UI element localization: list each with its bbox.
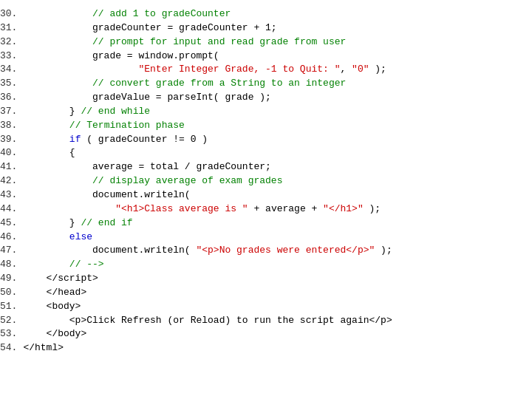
line-content: "<h1>Class average is " + average + "</h…: [23, 202, 532, 216]
line-content: // display average of exam grades: [23, 174, 532, 188]
line-content: grade = window.prompt(: [23, 50, 532, 64]
line-content: {: [23, 146, 532, 160]
line-number: 47.: [0, 244, 23, 258]
code-line: 36. gradeValue = parseInt( grade );: [0, 91, 532, 105]
line-number: 30.: [0, 7, 23, 21]
line-number: 45.: [0, 216, 23, 231]
line-number: 51.: [0, 300, 23, 314]
code-line: 39. if ( gradeCounter != 0 ): [0, 133, 532, 147]
line-number: 33.: [0, 50, 23, 64]
line-content: // add 1 to gradeCounter: [23, 7, 532, 21]
code-line: 49. </script>: [0, 272, 532, 286]
line-content: // prompt for input and read grade from …: [23, 35, 532, 50]
code-line: 45. } // end if: [0, 216, 532, 231]
line-content: "Enter Integer Grade, -1 to Quit: ", "0"…: [23, 63, 532, 77]
code-line: 52. <p>Click Refresh (or Reload) to run …: [0, 314, 532, 328]
code-line: 32. // prompt for input and read grade f…: [0, 35, 532, 50]
line-content: <p>Click Refresh (or Reload) to run the …: [23, 314, 532, 328]
line-content: if ( gradeCounter != 0 ): [23, 133, 532, 147]
line-number: 31.: [0, 21, 23, 35]
line-number: 36.: [0, 91, 23, 105]
line-number: 52.: [0, 314, 23, 328]
line-content: </script>: [23, 272, 532, 286]
code-line: 31. gradeCounter = gradeCounter + 1;: [0, 21, 532, 35]
code-line: 53. </body>: [0, 327, 532, 341]
code-line: 35. // convert grade from a String to an…: [0, 77, 532, 91]
line-content: </body>: [23, 327, 532, 341]
code-line: 54.</html>: [0, 341, 532, 355]
code-line: 33. grade = window.prompt(: [0, 50, 532, 64]
line-number: 34.: [0, 63, 23, 77]
line-number: 44.: [0, 202, 23, 216]
code-line: 40. {: [0, 146, 532, 160]
line-number: 43.: [0, 188, 23, 202]
code-line: 42. // display average of exam grades: [0, 174, 532, 188]
line-content: } // end while: [23, 105, 532, 119]
line-content: gradeCounter = gradeCounter + 1;: [23, 21, 532, 35]
code-line: 44. "<h1>Class average is " + average + …: [0, 202, 532, 216]
code-line: 48. // -->: [0, 258, 532, 272]
code-line: 50. </head>: [0, 286, 532, 300]
line-content: </html>: [23, 341, 532, 355]
line-content: </head>: [23, 286, 532, 300]
line-number: 35.: [0, 77, 23, 91]
line-number: 40.: [0, 146, 23, 160]
line-content: // convert grade from a String to an int…: [23, 77, 532, 91]
line-number: 48.: [0, 258, 23, 272]
line-number: 42.: [0, 174, 23, 188]
code-line: 30. // add 1 to gradeCounter: [0, 7, 532, 21]
code-line: 51. <body>: [0, 300, 532, 314]
line-number: 50.: [0, 286, 23, 300]
line-number: 49.: [0, 272, 23, 286]
line-number: 39.: [0, 133, 23, 147]
line-content: average = total / gradeCounter;: [23, 160, 532, 174]
line-number: 37.: [0, 105, 23, 119]
code-line: 37. } // end while: [0, 105, 532, 119]
line-number: 53.: [0, 327, 23, 341]
line-content: } // end if: [23, 216, 532, 231]
code-line: 34. "Enter Integer Grade, -1 to Quit: ",…: [0, 63, 532, 77]
code-line: 38. // Termination phase: [0, 119, 532, 133]
line-content: // -->: [23, 258, 532, 272]
code-line: 46. else: [0, 231, 532, 245]
line-content: <body>: [23, 300, 532, 314]
line-number: 46.: [0, 231, 23, 245]
line-number: 32.: [0, 35, 23, 50]
line-number: 41.: [0, 160, 23, 174]
code-line: 41. average = total / gradeCounter;: [0, 160, 532, 174]
line-content: gradeValue = parseInt( grade );: [23, 91, 532, 105]
line-number: 54.: [0, 341, 23, 355]
line-number: 38.: [0, 119, 23, 133]
line-content: document.writeln( "<p>No grades were ent…: [23, 244, 532, 258]
code-line: 47. document.writeln( "<p>No grades were…: [0, 244, 532, 258]
code-editor: 30. // add 1 to gradeCounter31. gradeCou…: [0, 7, 532, 355]
line-content: else: [23, 231, 532, 245]
code-line: 43. document.writeln(: [0, 188, 532, 202]
line-content: // Termination phase: [23, 119, 532, 133]
line-content: document.writeln(: [23, 188, 532, 202]
